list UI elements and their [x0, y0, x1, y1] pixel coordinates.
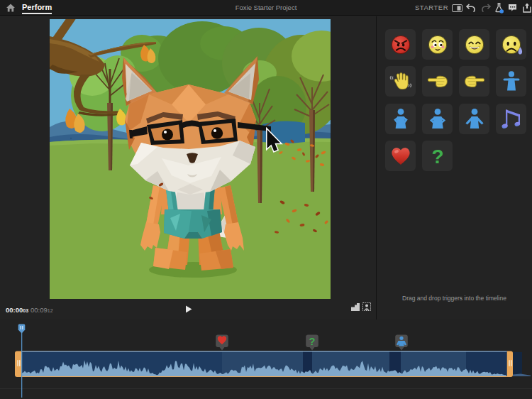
svg-text:?: ?: [309, 336, 316, 347]
svg-text:?: ?: [431, 146, 443, 168]
